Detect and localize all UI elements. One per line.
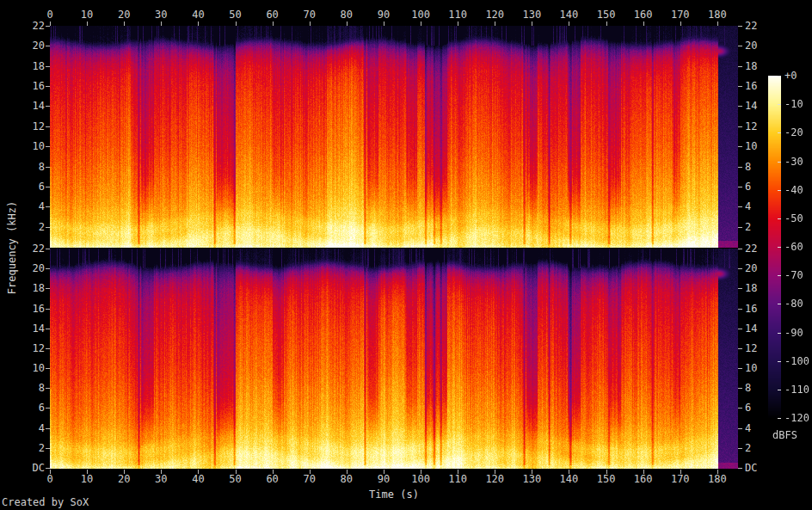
db-tick-label: -10 bbox=[784, 99, 803, 109]
time-tick-label: 120 bbox=[485, 9, 504, 20]
freq-tick-label: DC bbox=[33, 463, 45, 473]
freq-tick-mark bbox=[46, 26, 50, 27]
freq-tick-mark bbox=[738, 388, 742, 389]
time-tick-label: 130 bbox=[523, 9, 542, 20]
db-tick-mark bbox=[778, 76, 781, 77]
freq-tick-label: 16 bbox=[33, 81, 45, 91]
freq-tick-mark bbox=[738, 268, 742, 269]
time-tick-mark bbox=[680, 470, 681, 474]
freq-tick-label: 18 bbox=[33, 283, 45, 293]
freq-tick-mark bbox=[46, 448, 50, 449]
time-tick-mark bbox=[458, 470, 458, 474]
time-tick-label: 50 bbox=[229, 474, 241, 484]
freq-tick-label: 18 bbox=[745, 61, 757, 71]
db-tick-label: +0 bbox=[784, 71, 797, 81]
db-tick-label: -60 bbox=[784, 242, 803, 252]
time-tick-label: 20 bbox=[118, 474, 130, 484]
time-tick-label: 40 bbox=[192, 474, 204, 484]
freq-tick-mark bbox=[738, 448, 742, 449]
time-tick-label: 60 bbox=[266, 474, 278, 484]
time-tick-mark bbox=[495, 470, 495, 474]
db-tick-mark bbox=[778, 162, 781, 163]
db-tick-mark bbox=[778, 304, 781, 304]
freq-tick-label: 12 bbox=[33, 343, 45, 353]
spectrogram-channel-left bbox=[50, 26, 738, 248]
freq-tick-label: 14 bbox=[33, 101, 45, 111]
time-tick-mark bbox=[347, 470, 348, 474]
freq-tick-label: 20 bbox=[745, 263, 757, 273]
time-tick-mark bbox=[717, 470, 718, 474]
db-tick-label: -90 bbox=[784, 328, 803, 338]
time-tick-label: 120 bbox=[485, 474, 504, 484]
freq-tick-mark bbox=[46, 309, 50, 310]
time-tick-label: 60 bbox=[266, 9, 278, 20]
freq-tick-label: 14 bbox=[745, 101, 757, 111]
freq-tick-mark bbox=[46, 388, 50, 389]
freq-tick-label: 6 bbox=[745, 181, 751, 192]
freq-tick-mark bbox=[46, 428, 50, 429]
freq-tick-label: 8 bbox=[745, 162, 751, 172]
freq-tick-mark bbox=[46, 126, 50, 127]
db-tick-mark bbox=[778, 132, 781, 133]
time-tick-label: 0 bbox=[46, 474, 52, 484]
freq-tick-mark bbox=[46, 106, 50, 107]
time-tick-mark bbox=[384, 470, 384, 474]
freq-tick-label: 4 bbox=[745, 423, 751, 433]
freq-tick-label: 12 bbox=[33, 121, 45, 132]
db-tick-label: -40 bbox=[784, 185, 803, 195]
freq-tick-mark bbox=[46, 288, 50, 289]
db-tick-mark bbox=[778, 218, 781, 219]
time-tick-label: 40 bbox=[192, 9, 204, 20]
time-tick-label: 170 bbox=[671, 474, 690, 484]
freq-tick-label: 6 bbox=[39, 181, 45, 192]
db-tick-mark bbox=[778, 333, 781, 334]
freq-tick-mark bbox=[46, 408, 50, 409]
freq-tick-label: 18 bbox=[745, 283, 757, 293]
freq-tick-label: 2 bbox=[745, 222, 751, 232]
freq-tick-label: 12 bbox=[745, 343, 757, 353]
time-tick-label: 140 bbox=[560, 9, 579, 20]
freq-tick-label: 10 bbox=[33, 363, 45, 373]
db-tick-mark bbox=[778, 275, 781, 276]
freq-tick-mark bbox=[46, 468, 50, 469]
time-tick-label: 90 bbox=[378, 9, 390, 20]
time-tick-label: 80 bbox=[341, 474, 353, 484]
db-tick-mark bbox=[778, 361, 781, 362]
freq-tick-mark bbox=[738, 86, 742, 87]
time-tick-mark bbox=[50, 470, 51, 474]
freq-tick-mark bbox=[46, 348, 50, 349]
freq-tick-label: 2 bbox=[745, 443, 751, 453]
freq-tick-label: 12 bbox=[745, 121, 757, 132]
freq-tick-label: 8 bbox=[39, 162, 45, 172]
time-tick-mark bbox=[273, 470, 274, 474]
time-tick-label: 50 bbox=[229, 9, 241, 20]
freq-tick-label: 14 bbox=[33, 323, 45, 334]
freq-tick-mark bbox=[46, 249, 50, 249]
freq-tick-label: 10 bbox=[745, 363, 757, 373]
freq-tick-mark bbox=[738, 288, 742, 289]
time-tick-label: 70 bbox=[303, 9, 315, 20]
freq-tick-label: 10 bbox=[745, 141, 757, 151]
db-tick-mark bbox=[778, 247, 781, 248]
time-tick-label: 180 bbox=[708, 474, 727, 484]
time-tick-label: 100 bbox=[411, 9, 430, 20]
time-tick-mark bbox=[87, 470, 88, 474]
freq-tick-mark bbox=[738, 227, 742, 228]
freq-tick-label: 4 bbox=[39, 423, 45, 433]
spectrogram-channel-right bbox=[50, 249, 738, 469]
time-tick-label: 110 bbox=[448, 474, 467, 484]
time-tick-label: 80 bbox=[341, 9, 353, 20]
freq-tick-mark bbox=[46, 368, 50, 369]
time-tick-mark bbox=[198, 470, 199, 474]
freq-tick-mark bbox=[738, 26, 742, 27]
freq-tick-mark bbox=[738, 206, 742, 207]
db-tick-label: -30 bbox=[784, 157, 803, 167]
freq-tick-mark bbox=[738, 309, 742, 310]
time-tick-mark bbox=[310, 470, 311, 474]
freq-tick-mark bbox=[738, 329, 742, 329]
freq-tick-mark bbox=[46, 187, 50, 187]
db-tick-mark bbox=[778, 104, 781, 105]
db-tick-label: -110 bbox=[784, 384, 809, 395]
freq-tick-mark bbox=[738, 66, 742, 67]
freq-tick-mark bbox=[738, 46, 742, 46]
